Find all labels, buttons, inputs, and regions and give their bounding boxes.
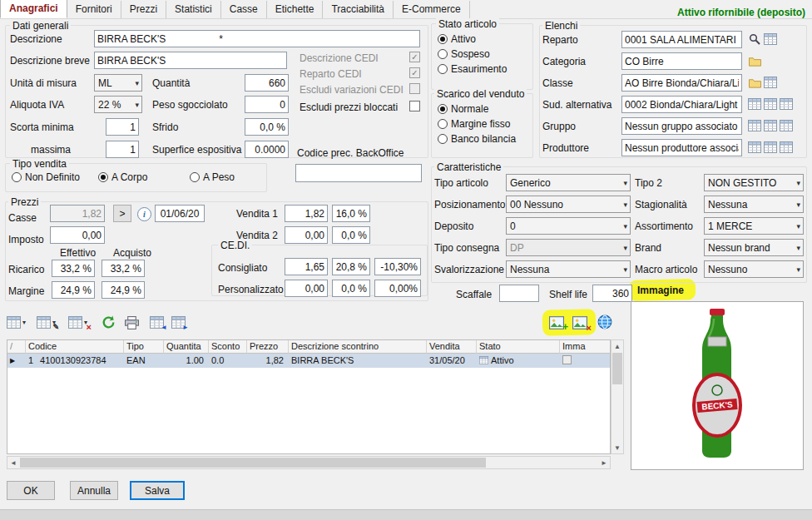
web-image-button[interactable] [597,314,612,329]
sud-alternativa-input[interactable] [621,96,742,113]
scroll-up-button[interactable]: ▲ [611,340,623,352]
tab-casse[interactable]: Casse [221,1,267,18]
gruppo-remove-icon[interactable] [779,118,794,133]
reparto-input[interactable] [621,31,742,48]
table-vscrollbar[interactable]: ▲ ▼ [611,339,624,454]
annulla-button[interactable]: Annulla [70,481,118,500]
brand-select[interactable]: Nessun brand ▾ [704,239,804,256]
print-button[interactable] [125,316,139,329]
descrizione-breve-input[interactable] [94,52,287,69]
macro-articolo-select[interactable]: Nessuno ▾ [704,260,804,278]
personalizzato-price-input[interactable] [285,280,328,297]
table-header-sconto[interactable]: Sconto [209,340,247,354]
personalizzato-pct-input[interactable] [332,280,370,297]
barcode-table[interactable]: / Codice Tipo Quantita Sconto Prezzo Des… [7,339,611,454]
table-header-prezzo[interactable]: Prezzo [247,340,289,354]
cell-descrizione[interactable]: BIRRA BECK'S [289,354,427,368]
cell-codice[interactable]: 1 4100130923784 [26,354,124,368]
categoria-folder-icon[interactable] [747,53,762,68]
cell-tipo[interactable]: EAN [124,354,164,368]
sud-alternativa-list-icon[interactable] [747,97,762,111]
tipo2-select[interactable]: NON GESTITO ▾ [704,174,804,191]
classe-folder-icon[interactable] [747,75,762,90]
reparto-cedi-checkbox[interactable]: ✓ [409,67,420,78]
casse-detail-button[interactable]: > [113,205,131,222]
grid-delete-button[interactable]: × ▾ [68,316,87,329]
scorta-minima-input[interactable] [106,118,139,136]
consigliato-price-input[interactable] [285,258,328,275]
gruppo-list-icon[interactable] [747,118,762,133]
tab-tracciabilita[interactable]: Tracciabilità [323,1,394,18]
refresh-button[interactable] [102,315,116,329]
scroll-left-button[interactable]: ◄ [7,457,19,468]
posizionamento-select[interactable]: 00 Nessuno ▾ [506,196,631,213]
imposto-input[interactable] [50,226,105,244]
tab-anagrafici[interactable]: Anagrafici [0,0,67,18]
grid-new-button[interactable]: ▾ [7,316,26,329]
sfrido-input[interactable] [245,118,289,136]
image-remove-button[interactable]: × [572,316,587,329]
tab-statistici[interactable]: Statistici [166,1,221,18]
radio-non-definito[interactable]: Non Definito [12,171,80,183]
export-grid-button[interactable]: ► [171,316,186,329]
classe-input[interactable] [621,74,742,92]
info-icon[interactable]: i [137,207,151,221]
radio-sospeso[interactable]: Sospeso [438,48,490,60]
vendita2-price-input[interactable] [285,226,328,244]
radio-attivo[interactable]: Attivo [438,33,476,45]
quantita-input[interactable] [245,74,289,92]
table-header-quantita[interactable]: Quantita [164,340,209,354]
radio-margine-fisso[interactable]: Margine fisso [438,118,510,130]
table-hscrollbar[interactable]: ◄ ► [7,456,611,469]
scorta-massima-input[interactable] [106,141,139,158]
margine-effettivo-input[interactable] [52,281,95,299]
personalizzato-diff-input[interactable] [374,280,421,297]
scroll-right-button[interactable]: ► [598,457,610,468]
produttore-add-icon[interactable] [763,140,778,155]
table-header-descrizione[interactable]: Descrizione scontrino [289,340,427,354]
tab-ecommerce[interactable]: E-Commerce [394,1,470,18]
scaffale-input[interactable] [499,285,539,302]
radio-a-corpo[interactable]: A Corpo [98,171,147,183]
image-add-button[interactable]: + [549,316,564,329]
tab-etichette[interactable]: Etichette [267,1,324,18]
reparto-search-icon[interactable] [747,32,762,47]
ok-button[interactable]: OK [7,481,55,500]
vendita1-pct-input[interactable] [332,205,370,222]
cell-stato[interactable]: Attivo [477,354,560,368]
vendita2-pct-input[interactable] [332,226,370,244]
codice-backoffice-input[interactable] [295,164,422,182]
assortimento-select[interactable]: 1 MERCE ▾ [704,217,804,235]
radio-normale[interactable]: Normale [438,103,488,115]
tab-fornitori[interactable]: Fornitori [67,1,121,18]
radio-banco-bilancia[interactable]: Banco bilancia [438,133,516,145]
cell-quantita[interactable]: 1.00 [164,354,209,368]
sud-alternativa-add-icon[interactable] [763,97,778,111]
peso-sgocciolato-input[interactable] [245,96,289,113]
table-header-tipo[interactable]: Tipo [124,340,164,354]
classe-list-icon[interactable] [763,75,778,90]
produttore-input[interactable] [621,139,742,156]
consigliato-diff-input[interactable] [374,258,421,275]
tipo-articolo-select[interactable]: Generico ▾ [506,174,631,191]
salva-button[interactable]: Salva [130,481,185,500]
sud-alternativa-remove-icon[interactable] [779,97,794,111]
cell-prezzo[interactable]: 1,82 [247,354,289,368]
margine-acquisto-input[interactable] [102,281,145,299]
scroll-down-button[interactable]: ▼ [611,442,623,453]
radio-esaurimento[interactable]: Esaurimento [438,63,507,75]
table-header-codice[interactable]: Codice [26,340,124,354]
table-header-immagine[interactable]: Imma [560,340,611,354]
descrizione-input[interactable]: BIRRA BECK'S * [94,30,420,47]
tab-prezzi[interactable]: Prezzi [121,1,166,18]
radio-a-peso[interactable]: A Peso [190,171,235,183]
unita-misura-select[interactable]: ML ▾ [94,74,142,92]
hscroll-thumb[interactable] [20,458,486,468]
gruppo-add-icon[interactable] [763,118,778,133]
casse-date-input[interactable] [155,205,205,222]
escludi-prezzi-checkbox[interactable] [409,101,420,111]
reparto-list-icon[interactable] [763,32,778,47]
grid-edit-button[interactable]: ✎ ▾ [37,316,56,329]
cell-immagine[interactable] [560,354,611,368]
produttore-list-icon[interactable] [747,140,762,155]
